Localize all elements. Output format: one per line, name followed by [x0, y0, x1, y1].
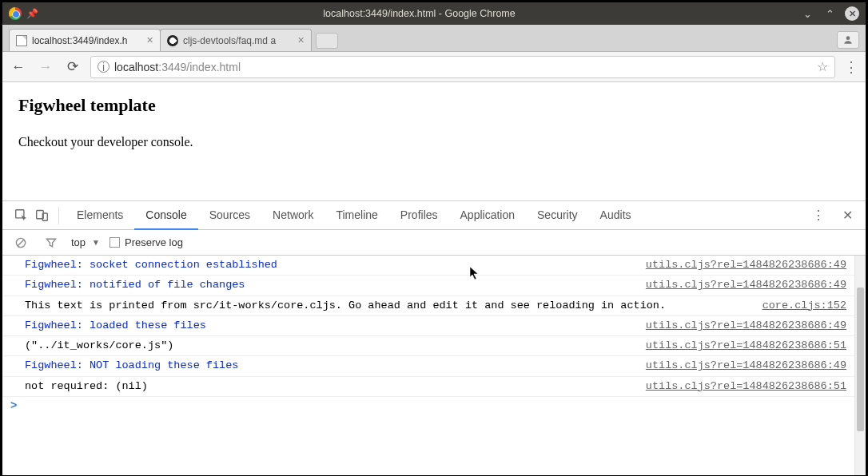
device-toggle-icon[interactable] [31, 205, 52, 226]
console-log-message: Figwheel: socket connection established [25, 257, 633, 273]
svg-point-0 [846, 36, 850, 40]
console-log-row: Figwheel: NOT loading these filesutils.c… [2, 356, 854, 376]
maximize-button[interactable]: ⌃ [822, 8, 837, 20]
console-log-message: Figwheel: notified of file changes [25, 277, 633, 293]
scrollbar[interactable] [854, 256, 866, 475]
console-log-row: This text is printed from src/it-works/c… [2, 296, 854, 316]
console-toolbar: top ▼ Preserve log [2, 230, 866, 256]
console-log-source-link[interactable]: utils.cljs?rel=1484826238686:51 [633, 379, 846, 395]
devtools-tabbar: ElementsConsoleSourcesNetworkTimelinePro… [2, 201, 866, 230]
console-log-row: ("../it_works/core.js")utils.cljs?rel=14… [2, 336, 854, 356]
devtools-tab-profiles[interactable]: Profiles [389, 201, 449, 230]
inspect-element-icon[interactable] [10, 205, 31, 226]
forward-button[interactable]: → [36, 58, 55, 77]
devtools-tab-timeline[interactable]: Timeline [325, 201, 388, 230]
page-body-text: Checkout your developer console. [18, 135, 850, 149]
browser-tabstrip: localhost:3449/index.h ✕ cljs-devtools/f… [2, 25, 866, 52]
tab-title: localhost:3449/index.h [32, 35, 141, 46]
window-titlebar: 📌 localhost:3449/index.html - Google Chr… [2, 2, 866, 25]
preserve-log-label: Preserve log [125, 236, 183, 248]
tab-title: cljs-devtools/faq.md a [183, 35, 293, 46]
console-log-message: Figwheel: NOT loading these files [25, 358, 633, 374]
window-title: localhost:3449/index.html - Google Chrom… [38, 8, 800, 19]
console-log-source-link[interactable]: utils.cljs?rel=1484826238686:49 [633, 257, 846, 273]
svg-line-5 [18, 240, 24, 246]
console-log-source-link[interactable]: utils.cljs?rel=1484826238686:49 [633, 277, 846, 293]
pin-icon: 📌 [26, 8, 38, 19]
devtools-tab-sources[interactable]: Sources [198, 201, 261, 230]
console-log-message: ("../it_works/core.js") [25, 338, 633, 354]
scrollbar-thumb[interactable] [857, 288, 864, 431]
minimize-button[interactable]: ⌄ [800, 8, 814, 20]
devtools-tab-audits[interactable]: Audits [589, 201, 643, 230]
page-favicon-icon [16, 35, 27, 46]
console-log-row: Figwheel: loaded these filesutils.cljs?r… [2, 316, 854, 336]
console-log-row: Figwheel: socket connection establishedu… [2, 256, 854, 276]
context-selector[interactable]: top ▼ [71, 236, 100, 248]
clear-console-icon[interactable] [10, 232, 31, 253]
console-log-source-link[interactable]: utils.cljs?rel=1484826238686:51 [633, 338, 846, 354]
console-output: Figwheel: socket connection establishedu… [2, 256, 866, 475]
browser-tab-active[interactable]: localhost:3449/index.h ✕ [9, 29, 161, 51]
preserve-log-toggle[interactable]: Preserve log [109, 236, 183, 248]
github-favicon-icon [167, 35, 178, 46]
devtools-tab-console[interactable]: Console [134, 201, 197, 230]
console-log-message: not required: (nil) [25, 379, 633, 395]
console-log-source-link[interactable]: utils.cljs?rel=1484826238686:49 [633, 318, 846, 334]
devtools-tab-network[interactable]: Network [261, 201, 325, 230]
chevron-down-icon: ▼ [92, 238, 100, 247]
chrome-logo-icon [9, 7, 22, 20]
close-window-button[interactable]: ✕ [845, 6, 859, 21]
tab-close-button[interactable]: ✕ [297, 35, 305, 46]
devtools-tab-elements[interactable]: Elements [66, 201, 134, 230]
tab-close-button[interactable]: ✕ [146, 35, 153, 46]
context-value: top [71, 236, 86, 248]
devtools-tab-application[interactable]: Application [449, 201, 527, 230]
page-content: Figwheel template Checkout your develope… [2, 82, 866, 200]
checkbox-icon [109, 237, 120, 248]
reload-button[interactable]: ⟳ [63, 58, 82, 77]
console-log-message: This text is printed from src/it-works/c… [25, 298, 750, 314]
site-info-icon[interactable]: i [98, 61, 109, 73]
filter-icon[interactable] [41, 232, 62, 253]
browser-toolbar: ← → ⟳ i localhost:3449/index.html ☆ ⋮ [2, 52, 866, 82]
new-tab-button[interactable] [316, 33, 338, 49]
console-log-row: not required: (nil)utils.cljs?rel=148482… [2, 377, 854, 397]
separator [58, 207, 59, 224]
browser-tab-inactive[interactable]: cljs-devtools/faq.md a ✕ [160, 29, 312, 51]
console-log-row: Figwheel: notified of file changesutils.… [2, 276, 854, 296]
address-bar[interactable]: i localhost:3449/index.html ☆ [90, 56, 835, 78]
console-prompt[interactable]: > [2, 397, 854, 415]
profile-button[interactable] [837, 31, 859, 49]
console-log-source-link[interactable]: utils.cljs?rel=1484826238686:49 [633, 358, 846, 374]
devtools-menu-icon[interactable]: ⋮ [808, 205, 829, 226]
bookmark-star-icon[interactable]: ☆ [817, 59, 828, 74]
console-log-message: Figwheel: loaded these files [25, 318, 633, 334]
devtools-panel: ElementsConsoleSourcesNetworkTimelinePro… [2, 200, 866, 475]
chrome-menu-button[interactable]: ⋮ [843, 58, 859, 76]
prompt-caret-icon: > [10, 399, 17, 412]
back-button[interactable]: ← [9, 58, 28, 77]
page-heading: Figwheel template [18, 95, 850, 116]
console-log-source-link[interactable]: core.cljs:152 [750, 298, 846, 314]
devtools-close-icon[interactable]: ✕ [837, 205, 858, 226]
devtools-tab-security[interactable]: Security [526, 201, 589, 230]
url-host: localhost:3449/index.html [114, 61, 241, 73]
